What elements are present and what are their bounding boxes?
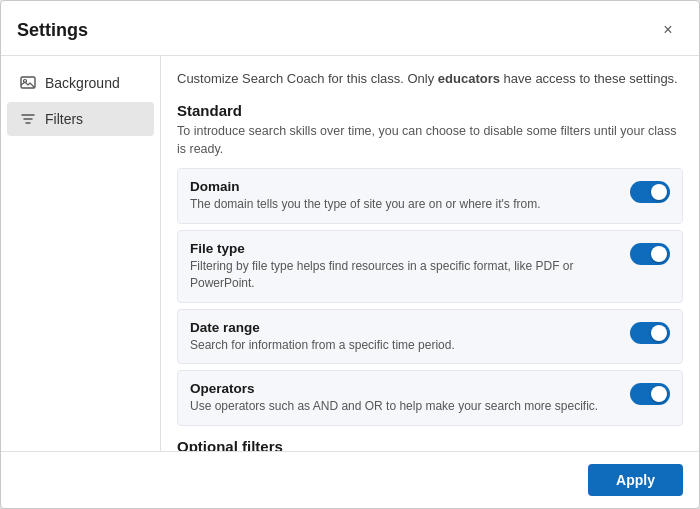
date-range-title: Date range bbox=[190, 320, 618, 335]
operators-filter-card: Operators Use operators such as AND and … bbox=[177, 370, 683, 426]
domain-title: Domain bbox=[190, 179, 618, 194]
date-range-toggle[interactable] bbox=[630, 322, 670, 344]
content-scroll[interactable]: Standard To introduce search skills over… bbox=[161, 98, 699, 451]
file-type-title: File type bbox=[190, 241, 618, 256]
domain-desc: The domain tells you the type of site yo… bbox=[190, 196, 618, 213]
standard-section: Standard To introduce search skills over… bbox=[177, 102, 683, 426]
domain-filter-card: Domain The domain tells you the type of … bbox=[177, 168, 683, 224]
close-button[interactable]: × bbox=[653, 15, 683, 45]
content-area: Customize Search Coach for this class. O… bbox=[161, 56, 699, 451]
date-range-filter-card: Date range Search for information from a… bbox=[177, 309, 683, 365]
sidebar-item-filters[interactable]: Filters bbox=[7, 102, 154, 136]
sidebar-item-background[interactable]: Background bbox=[7, 66, 154, 100]
sidebar-filters-label: Filters bbox=[45, 111, 83, 127]
standard-title: Standard bbox=[177, 102, 683, 119]
sidebar: Background Filters bbox=[1, 56, 161, 451]
background-icon bbox=[19, 74, 37, 92]
dialog-footer: Apply bbox=[1, 451, 699, 508]
dialog-title: Settings bbox=[17, 20, 88, 41]
settings-dialog: Settings × Background bbox=[0, 0, 700, 509]
operators-title: Operators bbox=[190, 381, 618, 396]
standard-description: To introduce search skills over time, yo… bbox=[177, 123, 683, 158]
optional-section: Optional filters Provide a filter that l… bbox=[177, 438, 683, 451]
sidebar-background-label: Background bbox=[45, 75, 120, 91]
operators-toggle[interactable] bbox=[630, 383, 670, 405]
filters-icon bbox=[19, 110, 37, 128]
operators-desc: Use operators such as AND and OR to help… bbox=[190, 398, 618, 415]
file-type-filter-card: File type Filtering by file type helps f… bbox=[177, 230, 683, 303]
date-range-desc: Search for information from a specific t… bbox=[190, 337, 618, 354]
dialog-body: Background Filters Customize Search Coac… bbox=[1, 56, 699, 451]
apply-button[interactable]: Apply bbox=[588, 464, 683, 496]
optional-title: Optional filters bbox=[177, 438, 683, 451]
content-description: Customize Search Coach for this class. O… bbox=[161, 56, 699, 98]
domain-toggle[interactable] bbox=[630, 181, 670, 203]
file-type-desc: Filtering by file type helps find resour… bbox=[190, 258, 618, 292]
dialog-header: Settings × bbox=[1, 1, 699, 56]
file-type-toggle[interactable] bbox=[630, 243, 670, 265]
